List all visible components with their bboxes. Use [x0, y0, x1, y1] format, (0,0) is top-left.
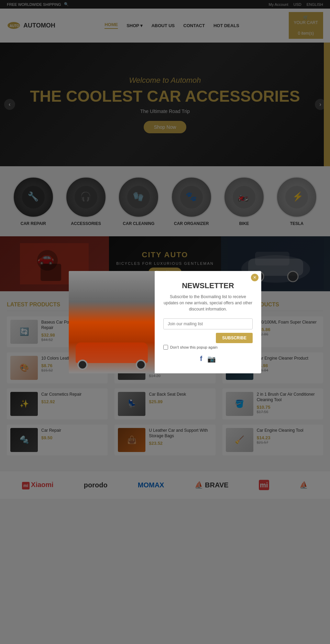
dont-show-checkbox[interactable]: [163, 345, 168, 350]
instagram-link[interactable]: 📷: [207, 355, 216, 363]
car-wheel-right: [136, 360, 146, 370]
popup-image: [69, 271, 155, 373]
car-body-shape: [76, 342, 148, 363]
newsletter-popup: NEWSLETTER Subscribe to the Boxmailing l…: [69, 271, 261, 373]
facebook-link[interactable]: f: [200, 355, 202, 363]
dont-show-label: Don't show this popup again: [170, 345, 218, 349]
car-wheel-left: [77, 360, 88, 370]
popup-form: NEWSLETTER Subscribe to the Boxmailing l…: [155, 271, 261, 373]
newsletter-description: Subscribe to the Boxmailing list to rece…: [163, 294, 253, 312]
newsletter-checkbox-row: Don't show this popup again: [163, 345, 253, 350]
popup-car-image: [69, 271, 155, 373]
newsletter-overlay: NEWSLETTER Subscribe to the Boxmailing l…: [0, 0, 330, 499]
newsletter-title: NEWSLETTER: [163, 281, 253, 290]
popup-social-links: f 📷: [163, 355, 253, 363]
newsletter-subscribe-button[interactable]: SUBSCRIBE: [216, 333, 253, 343]
newsletter-email-input[interactable]: [163, 318, 253, 329]
popup-close-button[interactable]: ✕: [251, 274, 258, 281]
